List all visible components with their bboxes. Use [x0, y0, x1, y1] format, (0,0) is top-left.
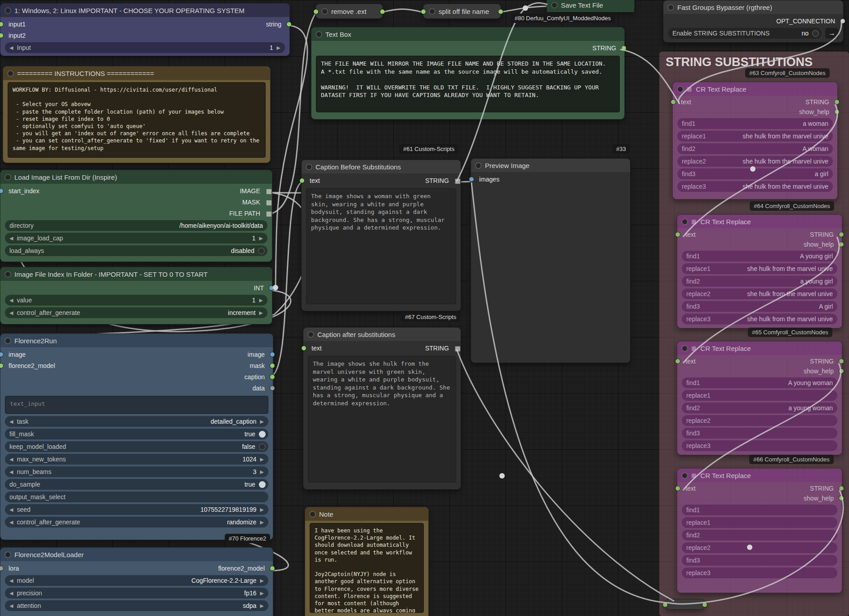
- output-slot-dot[interactable]: [270, 386, 275, 390]
- node-caption-before[interactable]: Caption Before Substitutions text STRING…: [301, 160, 461, 311]
- output-slot-dot[interactable]: [839, 232, 844, 237]
- node-cr-text-replace-2[interactable]: ▦ CR Text Replace text STRING show_help …: [677, 214, 842, 328]
- node-split-off-file-name[interactable]: split off file name: [423, 4, 501, 19]
- increment-arrow-icon[interactable]: ▶: [260, 603, 264, 609]
- collapse-dot-icon[interactable]: [8, 71, 13, 76]
- node-note[interactable]: Note I have been using the CogFlorence-2…: [305, 507, 429, 616]
- decrement-arrow-icon[interactable]: ◀: [9, 469, 13, 475]
- node-instructions[interactable]: ========= INSTRUCTIONS ============ WORK…: [3, 66, 271, 163]
- node-load-image-list[interactable]: Load Image List From Dir (Inspire) start…: [0, 170, 272, 262]
- collapsed-node[interactable]: [665, 599, 705, 610]
- increment-arrow-icon[interactable]: ▶: [277, 45, 280, 51]
- node-preview-image[interactable]: Preview Image images: [471, 158, 631, 363]
- collapse-dot-icon[interactable]: [668, 5, 673, 10]
- node-header[interactable]: Load Image List From Dir (Inspire): [0, 170, 272, 184]
- list-slot-icon[interactable]: ▦: [266, 187, 272, 195]
- decrement-arrow-icon[interactable]: ◀: [9, 310, 13, 316]
- node-header[interactable]: ▦ CR Text Replace: [677, 341, 842, 355]
- widget-find3[interactable]: find3: [682, 428, 837, 439]
- node-text-box[interactable]: Text Box STRING THE FILE NAME WILL MIRRO…: [311, 27, 625, 120]
- widget-find2[interactable]: find2: [682, 530, 837, 541]
- collapse-dot-icon[interactable]: [5, 552, 10, 557]
- input-slot-dot[interactable]: [0, 566, 3, 571]
- collapse-dot-icon[interactable]: [308, 332, 313, 337]
- collapse-dot-icon[interactable]: [5, 175, 10, 180]
- input-slot-dot[interactable]: [300, 178, 304, 183]
- workflow-canvas[interactable]: { "colors": { "canvas_bg": "#1e1e1e", "n…: [0, 0, 849, 616]
- node-header[interactable]: Florence2Run: [0, 334, 273, 347]
- widget-replace3[interactable]: replace3: [682, 440, 837, 451]
- widget-task[interactable]: ◀ task detailed_caption ▶: [5, 416, 268, 427]
- node-header[interactable]: ========= INSTRUCTIONS ============: [3, 66, 270, 80]
- widget-keep-model-loaded[interactable]: keep_model_loaded false: [5, 441, 268, 452]
- toggle-knob[interactable]: [259, 431, 266, 438]
- node-caption-after[interactable]: Caption after substitutions text STRING …: [303, 327, 461, 490]
- widget-replace1[interactable]: replace1 she hulk from the marvel unive: [682, 263, 837, 274]
- decrement-arrow-icon[interactable]: ◀: [9, 578, 13, 584]
- collapse-dot-icon[interactable]: [682, 346, 687, 351]
- output-slot-dot[interactable]: [287, 22, 291, 27]
- collapse-dot-icon[interactable]: [5, 8, 10, 13]
- widget-replace1[interactable]: replace1 she hulk from the marvel unive: [677, 131, 833, 142]
- output-slot-dot[interactable]: [270, 375, 275, 379]
- collapse-dot-icon[interactable]: [678, 87, 683, 92]
- widget-replace2[interactable]: replace2: [682, 542, 837, 553]
- input-slot-dot[interactable]: [0, 33, 3, 38]
- node-florence2run[interactable]: Florence2Run image image florence2_model…: [0, 333, 273, 540]
- input-slot-dot[interactable]: [469, 177, 474, 182]
- caption-text[interactable]: The image shows she hulk from the marvel…: [308, 356, 456, 483]
- increment-arrow-icon[interactable]: ▶: [260, 590, 264, 596]
- decrement-arrow-icon[interactable]: ◀: [9, 297, 13, 303]
- node-image-file-index[interactable]: Image File Index In Folder - IMPORTANT -…: [0, 267, 272, 324]
- widget-do-sample[interactable]: do_sample true: [5, 479, 268, 490]
- input-slot-dot[interactable]: [676, 232, 680, 237]
- input-slot-dot[interactable]: [671, 100, 676, 104]
- widget-replace3[interactable]: replace3 she hulk from the marvel unive: [682, 314, 837, 324]
- increment-arrow-icon[interactable]: ▶: [259, 297, 263, 303]
- widget-find3[interactable]: find3 A girl: [682, 301, 837, 312]
- widget-find1[interactable]: find1 A young girl: [682, 251, 837, 261]
- input-slot-dot[interactable]: [0, 22, 3, 27]
- collapse-dot-icon[interactable]: [316, 32, 321, 37]
- output-slot-dot[interactable]: [269, 286, 274, 290]
- decrement-arrow-icon[interactable]: ◀: [9, 456, 13, 462]
- widget-replace2[interactable]: replace2: [682, 415, 837, 426]
- toggle-knob[interactable]: [258, 248, 265, 254]
- collapse-dot-icon[interactable]: [310, 512, 315, 517]
- widget-output-mask-select[interactable]: output_mask_select: [5, 492, 268, 502]
- input-slot-dot[interactable]: [314, 9, 318, 14]
- node-remove-ext[interactable]: remove .ext: [316, 4, 383, 19]
- toggle-knob[interactable]: [812, 30, 819, 37]
- collapse-dot-icon[interactable]: [307, 164, 311, 169]
- widget-control-after-generate[interactable]: ◀ control_after_generate randomize ▶: [5, 517, 268, 527]
- input-slot-dot[interactable]: [0, 189, 3, 193]
- node-header[interactable]: Florence2ModelLoader: [0, 548, 273, 561]
- decrement-arrow-icon[interactable]: ◀: [9, 603, 13, 609]
- output-slot-dot[interactable]: [270, 566, 275, 571]
- widget-find3[interactable]: find3: [682, 555, 837, 566]
- widget-max-new-tokens[interactable]: ◀ max_new_tokens 1024 ▶: [5, 454, 268, 465]
- output-slot-dot[interactable]: [270, 352, 275, 357]
- increment-arrow-icon[interactable]: ▶: [259, 310, 263, 316]
- decrement-arrow-icon[interactable]: ◀: [9, 519, 13, 525]
- output-slot-dot[interactable]: [839, 369, 844, 373]
- node-header[interactable]: Note: [305, 507, 428, 521]
- increment-arrow-icon[interactable]: ▶: [260, 519, 264, 525]
- node-header[interactable]: Preview Image: [471, 159, 630, 172]
- increment-arrow-icon[interactable]: ▶: [260, 469, 264, 475]
- output-slot-dot[interactable]: [498, 9, 503, 14]
- node-header[interactable]: Image File Index In Folder - IMPORTANT -…: [0, 267, 272, 281]
- node-header[interactable]: Caption Before Substitutions: [302, 160, 461, 173]
- toggle-enable-string-substitutions[interactable]: Enable STRING SUBSTITUTIONS no: [668, 28, 822, 39]
- collapse-dot-icon[interactable]: [322, 9, 327, 14]
- node-fast-groups-bypasser[interactable]: Fast Groups Bypasser (rgthree) OPT_CONNE…: [663, 0, 844, 43]
- widget-find3[interactable]: find3 a girl: [677, 168, 833, 179]
- list-slot-icon[interactable]: ▦: [455, 345, 461, 352]
- input-slot-dot[interactable]: [0, 363, 3, 368]
- node-os-chooser[interactable]: 1: Windows, 2: Linux IMPORTANT - CHOOSE …: [0, 3, 290, 56]
- collapse-dot-icon[interactable]: [5, 338, 10, 343]
- increment-arrow-icon[interactable]: ▶: [260, 507, 264, 513]
- node-header[interactable]: ▦ CR Text Replace: [673, 82, 837, 96]
- widget-replace3[interactable]: replace3 she hulk from the marvel unive: [677, 181, 833, 192]
- input-slot-dot[interactable]: [0, 352, 3, 357]
